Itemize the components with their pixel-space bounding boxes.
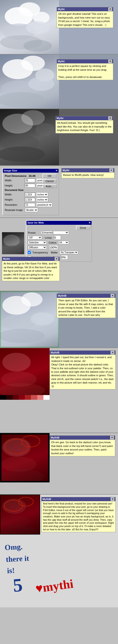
transparency-row: Transparency Matte: No Transparen... <box>28 250 90 254</box>
dialog-text-7: All right. I typed this part out, but th… <box>51 356 114 388</box>
palette-color-red <box>19 395 25 400</box>
mythi-dialog-7: MythiB ✕ All right. I typed this part ou… <box>49 350 116 390</box>
width-in-input[interactable] <box>25 192 35 196</box>
lossy-input[interactable] <box>54 235 61 240</box>
save-for-web-dialog: Save for Web ✕ Done Preset: [Unnamed] GI… <box>26 220 92 262</box>
resolution-row: Resolution: pixels/inch <box>5 203 57 207</box>
dialog-text-8: Oh em gee. Go back to the darkest color … <box>51 440 113 455</box>
transparency-checkbox[interactable] <box>28 251 31 254</box>
section-fsh-editor: MythiB ✕ Then open up FSH Editor. As you… <box>0 291 118 348</box>
cloud-image-7 <box>0 348 49 395</box>
cancel-button[interactable]: Cancel <box>42 179 57 183</box>
lossy-label: Lossy: <box>45 236 52 239</box>
section-save-web: Save for Web ✕ Done Preset: [Unnamed] GI… <box>0 218 118 291</box>
format-select[interactable]: GIF <box>28 236 42 239</box>
colors-row: Selective Colors: 64 16 8 <box>28 241 90 244</box>
mythi-dialog-6: MythiB ✕ Then open up FSH Editor. As you… <box>57 294 116 318</box>
sfw-title: Save for Web ✕ <box>26 221 92 225</box>
height-px-input[interactable] <box>25 184 35 188</box>
dialog-title-6: MythiB ✕ <box>57 294 115 298</box>
section-paint-bucket: MythiB ✕ Oh em gee. Go back to the darke… <box>0 433 118 494</box>
mythi-dialog-2: Mythi ✕ Crop it to a perfect square by c… <box>57 59 113 80</box>
signature-area: ♥mythi <box>35 576 74 596</box>
colors-select[interactable]: 64 16 8 <box>58 241 69 244</box>
mythi-dialog-4: Mythi ✕ Resize to 95x95 pixels. How snex… <box>61 168 114 178</box>
resample-row: Resample Image: Bicubic <box>5 208 57 212</box>
handwriting-there-it: there it <box>6 554 29 564</box>
close-icon-2[interactable]: ✕ <box>108 60 112 63</box>
section-image-size: Image Size ✕ Pixel Dimensions: 26.4K Wid… <box>0 166 118 218</box>
done-button[interactable]: Done <box>76 226 90 230</box>
preset-select[interactable]: [Unnamed] <box>41 231 69 234</box>
palette-strip-7 <box>0 395 49 400</box>
close-icon-4[interactable]: ✕ <box>109 169 113 172</box>
doc-size-label: Document Size: <box>5 188 57 192</box>
mythi-dialog-5: Mythi ✕ At this point, go to File>Save F… <box>2 257 60 281</box>
diffusion-input[interactable] <box>49 245 58 250</box>
dialog-title-1: Mythi ✕ <box>57 7 113 11</box>
dialog-text-9: And here's the final product, resized fo… <box>43 502 114 531</box>
palette-color-lightred <box>25 395 31 400</box>
preset-label: Preset: <box>28 231 40 234</box>
height-in-input[interactable] <box>25 198 35 202</box>
cloud-image-8 <box>0 433 49 482</box>
format-row: GIF Lossy: <box>28 235 90 240</box>
section-intro: Mythi ✕ Oh em gee! Another tutorial! Thi… <box>0 0 118 54</box>
palette-color-white <box>43 395 49 400</box>
mythi-dialog-3: Mythi ✕ Hit AutoContrast. You should get… <box>55 116 113 134</box>
close-icon-9[interactable]: ✕ <box>111 498 114 501</box>
cloud-image-3 <box>0 109 59 165</box>
palette-color-lightpink <box>37 395 43 400</box>
dialog-text-6: Then open up FSH Editor. As you can see,… <box>58 299 114 317</box>
height-in-row: Height: inches <box>5 198 57 202</box>
handwriting-omg: Omg. <box>5 542 23 552</box>
mythi-dialog-8: MythiB ✕ Oh em gee. Go back to the darke… <box>49 436 115 456</box>
height-label: Height: <box>5 184 24 187</box>
close-icon-7[interactable]: ✕ <box>111 351 114 354</box>
mythi-dialog-9: MythiB ✕ And here's the final product, r… <box>41 497 116 532</box>
close-icon-1[interactable]: ✕ <box>108 8 112 11</box>
image-size-dialog: Image Size ✕ Pixel Dimensions: 26.4K Wid… <box>2 168 59 215</box>
auto-button[interactable]: Auto... <box>42 184 57 188</box>
close-icon-5[interactable]: ✕ <box>55 257 58 261</box>
resolution-unit-select[interactable]: pixels/inch <box>36 203 52 207</box>
colors-label: Colors: <box>49 241 57 244</box>
diffusion-select[interactable]: Diffusion <box>28 246 47 249</box>
cloud-image-6 <box>0 291 59 348</box>
cloud-image-1 <box>0 0 59 54</box>
dialog-title-8: MythiB ✕ <box>50 436 115 440</box>
cloud-image-2 <box>0 54 59 108</box>
handwriting-area: Omg. there it is! 5 ♥mythi <box>0 538 118 606</box>
resolution-input[interactable] <box>25 203 35 207</box>
width-px-input[interactable] <box>25 178 35 182</box>
selective-select[interactable]: Selective <box>28 241 47 244</box>
image-size-title: Image Size ✕ <box>3 169 58 173</box>
dialog-title-5: Mythi ✕ <box>2 257 60 261</box>
ok-button[interactable]: OK <box>42 174 57 178</box>
close-icon-8[interactable]: ✕ <box>110 436 114 440</box>
dialog-text-3: Hit AutoContrast. You should get somethi… <box>57 121 112 132</box>
height-in-label: Height: <box>5 198 24 201</box>
height-in-unit-select[interactable]: inches <box>36 198 48 202</box>
close-icon-sfw[interactable]: ✕ <box>88 221 91 224</box>
matte-label: Matte: <box>51 251 58 254</box>
web-snap-input[interactable] <box>61 255 68 260</box>
transparency-label: Transparency <box>32 251 48 254</box>
preset-row: Preset: [Unnamed] <box>28 231 90 234</box>
matte-select[interactable]: No Transparen... <box>60 250 78 254</box>
resample-select[interactable]: Bicubic <box>25 208 38 212</box>
resolution-label: Resolution: <box>5 204 24 206</box>
close-icon-3[interactable]: ✕ <box>108 116 112 120</box>
close-icon-6[interactable]: ✕ <box>111 294 114 298</box>
palette-color-pink <box>31 395 37 400</box>
dialog-title-3: Mythi ✕ <box>56 116 113 120</box>
width-label: Width: <box>5 179 24 182</box>
dialog-text-5: At this point, go to File>Save For Web, … <box>4 262 58 280</box>
width-in-label: Width: <box>5 193 24 196</box>
width-in-unit-select[interactable]: inches <box>36 192 48 196</box>
section-autocontrast: Mythi ✕ Hit AutoContrast. You should get… <box>0 109 118 165</box>
close-icon-dialog[interactable]: ✕ <box>55 169 57 172</box>
dialog-title-4: Mythi ✕ <box>62 168 114 172</box>
handwriting-is: is! <box>7 566 15 575</box>
palette-color-black <box>0 395 6 400</box>
